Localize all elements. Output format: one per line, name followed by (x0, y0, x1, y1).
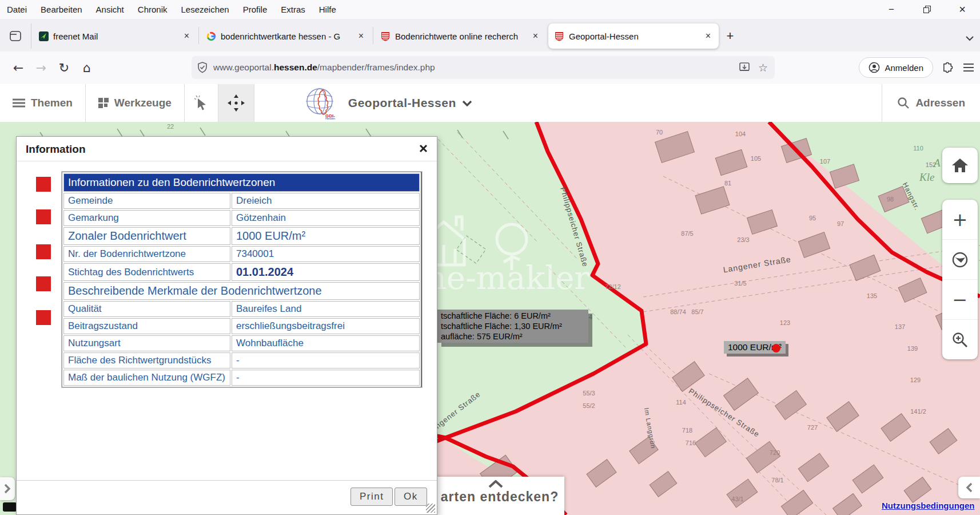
menu-item-ansicht[interactable]: Ansicht (89, 0, 131, 19)
zoom-box-button[interactable] (942, 320, 978, 359)
parcel-number: 31/5 (734, 280, 746, 287)
browser-window: DateiBearbeitenAnsichtChronikLesezeichen… (0, 0, 980, 515)
adressen-search-button[interactable]: Adressen (882, 84, 980, 122)
menu-items: DateiBearbeitenAnsichtChronikLesezeichen… (0, 0, 343, 19)
menu-item-profile[interactable]: Profile (236, 0, 274, 19)
back-button[interactable]: ← (7, 57, 30, 80)
tab-bodenrichtwertkarte[interactable]: bodenrichtwertkarte hessen - G × (200, 23, 372, 49)
parcel-number: 85/7 (691, 308, 703, 315)
table-row-value: 01.01.2024 (232, 263, 420, 281)
table-row-value: Baureifes Land (232, 301, 420, 317)
close-window-button[interactable]: × (945, 0, 980, 19)
home-button[interactable]: ⌂ (75, 57, 98, 80)
tab-bodenrichtwerte-online[interactable]: Bodenrichtwerte online recherch × (375, 23, 546, 49)
information-dialog[interactable]: Information Informationen zu den Bodenri… (16, 136, 437, 515)
tab-geoportal-hessen[interactable]: Geoportal-Hessen × (548, 23, 719, 49)
parcel-number: 110 (913, 145, 923, 152)
map-zoom-controls: + − (942, 200, 978, 359)
app-menu-icon[interactable] (963, 63, 974, 72)
table-row-value: erschließungsbeitragsfrei (232, 318, 420, 334)
url-bar[interactable]: www.geoportal.hessen.de/mapbender/frames… (192, 56, 775, 79)
map-home-button[interactable] (942, 148, 978, 183)
table-row-label: Stichtag des Bodenrichtwerts (63, 263, 230, 281)
werkzeuge-button[interactable]: Werkzeuge (86, 84, 185, 122)
expand-left-panel-button[interactable] (0, 477, 15, 500)
table-row-label: Nr. der Bodenrichtwertzone (63, 246, 230, 262)
restore-icon (923, 6, 931, 13)
list-all-tabs-button[interactable] (965, 33, 974, 43)
map-home-icon (951, 157, 969, 173)
tooltip-line: tschaftliche Fläche: 1,30 EUR/m² (441, 321, 585, 331)
table-row-value: - (232, 370, 420, 386)
overview-globe-button[interactable] (942, 240, 978, 280)
pan-tool-button[interactable] (218, 84, 254, 122)
parcel-number: 22 (167, 123, 174, 130)
menu-item-hilfe[interactable]: Hilfe (312, 0, 343, 19)
app-title[interactable]: Geoportal-Hessen (348, 96, 472, 110)
tab-close-icon[interactable]: × (182, 31, 192, 41)
hessen-crest-icon (554, 31, 564, 41)
parcel-number: 123 (780, 319, 790, 326)
chevron-left-icon (966, 482, 973, 493)
restore-button[interactable] (909, 0, 945, 19)
forward-button[interactable]: → (30, 57, 53, 80)
table-row-value: 1000 EUR/m² (232, 227, 420, 245)
menu-item-datei[interactable]: Datei (0, 0, 34, 19)
table-row-value: Wohnbaufläche (232, 335, 420, 351)
print-button[interactable]: Print (350, 488, 393, 506)
chevron-right-icon (4, 484, 11, 494)
dialog-close-button[interactable] (417, 142, 429, 154)
collapse-right-panel-button[interactable] (958, 477, 980, 498)
parcel-number: 139 (907, 345, 918, 352)
chevron-up-icon (488, 480, 503, 488)
menu-item-chronik[interactable]: Chronik (131, 0, 174, 19)
close-icon (419, 144, 428, 153)
map-viewport[interactable]: ohne-makler Langener StraßeLangener Stra… (0, 122, 980, 515)
tab-title: bodenrichtwertkarte hessen - G (221, 31, 352, 41)
parcel-number: 720 (770, 449, 780, 456)
table-row-label: Beitragszustand (63, 318, 230, 334)
table-row-label: Nutzungsart (63, 335, 230, 351)
discover-label: arten entdecken? (433, 489, 559, 505)
zoom-out-button[interactable]: − (942, 280, 978, 320)
parcel-number: 55/2 (583, 402, 595, 409)
save-page-icon[interactable] (739, 62, 750, 73)
parcel-number: 55/3 (583, 390, 595, 397)
new-tab-button[interactable]: + (720, 26, 740, 46)
bookmark-star-icon[interactable]: ☆ (758, 61, 768, 74)
tab-freenet-mail[interactable]: freenet Mail × (33, 23, 197, 49)
account-icon (869, 62, 880, 73)
tab-title: freenet Mail (53, 31, 177, 41)
legend-color-swatch (36, 244, 51, 259)
chevron-down-icon (462, 100, 472, 106)
tab-close-icon[interactable]: × (703, 31, 713, 41)
menu-item-extras[interactable]: Extras (274, 0, 312, 19)
parcel-number: 114 (676, 399, 686, 406)
minimize-button[interactable]: − (874, 0, 909, 19)
table-row-value: Götzenhain (232, 210, 420, 226)
ok-button[interactable]: Ok (395, 488, 427, 506)
menu-item-bearbeiten[interactable]: Bearbeiten (34, 0, 89, 19)
dialog-resize-handle[interactable] (426, 504, 435, 513)
firefox-view-button[interactable] (0, 23, 31, 49)
zoom-in-button[interactable]: + (942, 200, 978, 240)
login-label: Anmelden (885, 63, 923, 73)
menubar: DateiBearbeitenAnsichtChronikLesezeichen… (0, 0, 980, 19)
navigation-bar: ← → ↻ ⌂ www.geoportal.hessen.de/mapbende… (0, 52, 980, 85)
tab-close-icon[interactable]: × (531, 31, 540, 41)
parcel-number: 718 (682, 427, 692, 434)
tab-close-icon[interactable]: × (356, 31, 366, 41)
discover-maps-panel[interactable]: arten entdecken? (427, 477, 564, 515)
bodenrichtwert-table: Informationen zu den Bodenrichtwertzonen… (62, 172, 422, 387)
svg-text:Hessen: Hessen (325, 117, 335, 120)
extensions-icon[interactable] (942, 62, 954, 73)
terms-link[interactable]: Nutzungsbedingungen (882, 501, 974, 510)
menu-item-lesezeichen[interactable]: Lesezeichen (174, 0, 236, 19)
themen-button[interactable]: Themen (0, 84, 86, 122)
reload-button[interactable]: ↻ (53, 57, 75, 80)
select-tool-button[interactable] (185, 84, 218, 122)
parcel-number: 23/3 (737, 236, 749, 243)
login-button[interactable]: Anmelden (859, 57, 933, 78)
info-table-container: Informationen zu den Bodenrichtwertzonen… (61, 171, 423, 388)
selected-point-marker (772, 344, 780, 352)
